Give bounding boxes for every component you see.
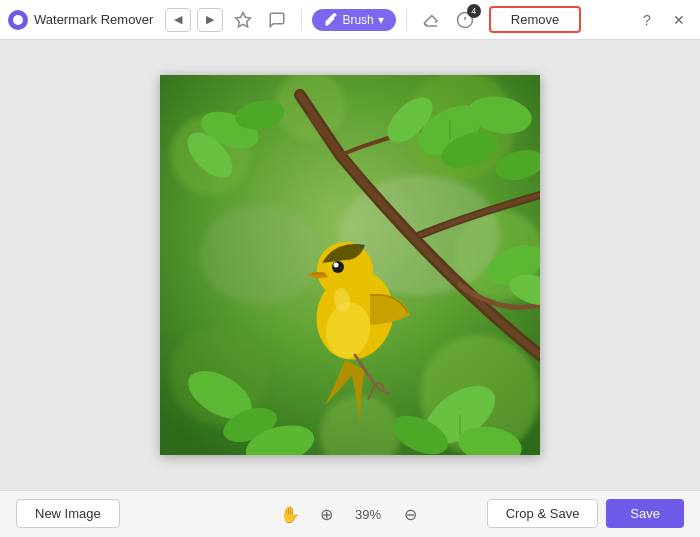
save-button[interactable]: Save	[606, 499, 684, 528]
new-image-button[interactable]: New Image	[16, 499, 120, 528]
close-icon: ✕	[673, 12, 685, 28]
separator-1	[301, 9, 302, 31]
svg-point-38	[340, 267, 343, 270]
svg-marker-1	[236, 12, 251, 26]
help-button[interactable]: ?	[634, 7, 660, 33]
footer: New Image Crop & Save Save	[0, 490, 700, 537]
svg-point-37	[334, 263, 339, 268]
bird-scene	[160, 75, 540, 455]
brush-label: Brush	[342, 13, 373, 27]
star-button[interactable]	[229, 6, 257, 34]
lasso-button[interactable]	[263, 6, 291, 34]
badge-button[interactable]: 4	[451, 6, 479, 34]
badge-count: 4	[467, 4, 481, 18]
brush-dropdown-icon: ▾	[378, 13, 384, 27]
brush-button[interactable]: Brush ▾	[312, 9, 395, 31]
eraser-button[interactable]	[417, 6, 445, 34]
image-container[interactable]	[160, 75, 540, 455]
back-button[interactable]: ◀	[165, 8, 191, 32]
svg-point-0	[13, 15, 23, 25]
title-bar: Watermark Remover ◀ ▶ Brush ▾	[0, 0, 700, 40]
main-area	[0, 40, 700, 490]
svg-point-36	[332, 261, 344, 273]
close-button[interactable]: ✕	[666, 7, 692, 33]
app-logo	[8, 10, 28, 30]
svg-point-14	[200, 205, 320, 305]
back-icon: ◀	[174, 13, 182, 26]
separator-2	[406, 9, 407, 31]
remove-button[interactable]: Remove	[489, 6, 581, 33]
forward-button[interactable]: ▶	[197, 8, 223, 32]
app-title: Watermark Remover	[34, 12, 153, 27]
footer-right: Crop & Save Save	[487, 499, 684, 528]
crop-save-button[interactable]: Crop & Save	[487, 499, 599, 528]
help-icon: ?	[643, 12, 651, 28]
bottom-bar: ✋ ⊕ 39% ⊖ New Image Crop & Save Save	[0, 490, 700, 537]
forward-icon: ▶	[206, 13, 214, 26]
